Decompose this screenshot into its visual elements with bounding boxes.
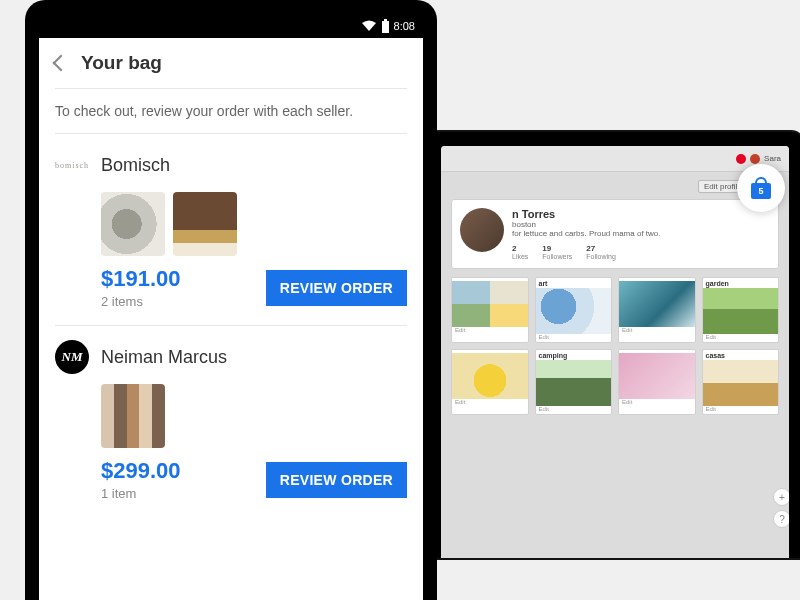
wifi-icon: [361, 20, 377, 32]
profile-location: boston: [512, 220, 661, 229]
browser-toolbar: Sara: [441, 146, 789, 172]
product-thumbnails: [55, 384, 407, 448]
seller-logo-neiman: NM: [55, 340, 89, 374]
board-tile[interactable]: Edit: [618, 349, 696, 415]
profile-name: n Torres: [512, 208, 661, 220]
board-tile[interactable]: campingEdit: [535, 349, 613, 415]
chevron-left-icon: [53, 55, 70, 72]
avatar-icon: [750, 154, 760, 164]
seller-name: Bomisch: [101, 155, 170, 176]
profile-bio: for lettuce and carbs. Proud mama of two…: [512, 229, 661, 238]
page-title: Your bag: [81, 52, 162, 74]
phone-screen: 8:08 Your bag To check out, review your …: [39, 14, 423, 600]
board-tile[interactable]: Edit: [618, 277, 696, 343]
phone-frame: 8:08 Your bag To check out, review your …: [25, 0, 437, 600]
order-price: $299.00: [101, 458, 181, 484]
pinterest-logo-icon: [736, 154, 746, 164]
board-tile[interactable]: Edit: [451, 277, 529, 343]
item-count: 1 item: [101, 486, 181, 501]
browser-user-chip[interactable]: Sara: [750, 154, 781, 164]
side-controls: + ?: [773, 488, 789, 528]
product-thumbnails: [55, 192, 407, 256]
item-count: 2 items: [101, 294, 181, 309]
laptop-screen: Sara Edit profile ⚙︎ ▾ n Torres boston f…: [441, 146, 789, 558]
board-tile[interactable]: casasEdit: [702, 349, 780, 415]
seller-block: NM Neiman Marcus $299.00 1 item REVIEW O…: [39, 326, 423, 517]
svg-rect-0: [382, 21, 389, 33]
board-tile[interactable]: artEdit: [535, 277, 613, 343]
order-price: $191.00: [101, 266, 181, 292]
board-tile[interactable]: gardenEdit: [702, 277, 780, 343]
seller-block: bomisch Bomisch $191.00 2 items REVIEW O…: [39, 134, 423, 325]
add-button[interactable]: +: [773, 488, 789, 506]
profile-avatar[interactable]: [460, 208, 504, 252]
status-time: 8:08: [394, 20, 415, 32]
shopping-bag-highlight[interactable]: 5: [737, 164, 785, 212]
laptop-frame: Sara Edit profile ⚙︎ ▾ n Torres boston f…: [425, 130, 800, 560]
app-header: Your bag: [39, 38, 423, 88]
board-tile[interactable]: Edit: [451, 349, 529, 415]
shopping-bag-icon: 5: [751, 177, 771, 199]
checkout-instruction: To check out, review your order with eac…: [39, 89, 423, 133]
review-order-button[interactable]: REVIEW ORDER: [266, 270, 407, 306]
svg-rect-1: [384, 19, 387, 21]
back-button[interactable]: [55, 57, 67, 69]
product-thumb[interactable]: [173, 192, 237, 256]
seller-name: Neiman Marcus: [101, 347, 227, 368]
help-button[interactable]: ?: [773, 510, 789, 528]
bag-count: 5: [758, 186, 763, 196]
board-grid: Edit artEdit Edit gardenEdit Edit campin…: [441, 269, 789, 423]
product-thumb[interactable]: [101, 192, 165, 256]
status-bar: 8:08: [39, 14, 423, 38]
battery-icon: [381, 19, 390, 33]
profile-card: n Torres boston for lettuce and carbs. P…: [451, 199, 779, 269]
profile-stats: 2Likes 19Followers 27Following: [512, 244, 661, 260]
review-order-button[interactable]: REVIEW ORDER: [266, 462, 407, 498]
product-thumb[interactable]: [101, 384, 165, 448]
browser-user-name: Sara: [764, 154, 781, 163]
seller-logo-bomisch: bomisch: [55, 148, 89, 182]
